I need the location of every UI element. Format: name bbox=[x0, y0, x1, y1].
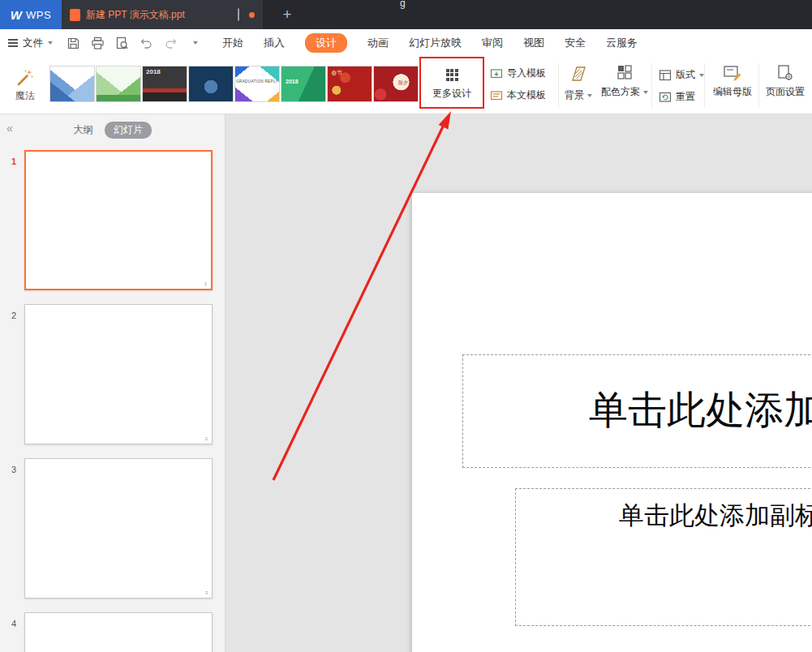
chevron-down-icon bbox=[643, 91, 648, 94]
print-icon bbox=[91, 36, 105, 50]
template-label: 春节 bbox=[331, 70, 342, 76]
editing-area: 单击此处添加标题 单击此处添加副标题 bbox=[226, 114, 812, 652]
tab-outline[interactable]: 大纲 bbox=[73, 123, 93, 137]
slide-thumbnail-2[interactable]: 2 bbox=[24, 304, 213, 444]
layout-button[interactable]: 版式 bbox=[659, 68, 704, 82]
template-label: GRADUATION REPLY bbox=[235, 80, 279, 84]
more-designs-button[interactable]: 更多设计 bbox=[421, 60, 483, 109]
slide-corner-number: 1 bbox=[204, 281, 207, 286]
magic-label: 魔法 bbox=[15, 89, 35, 103]
subtitle-placeholder[interactable]: 单击此处添加副标题 bbox=[515, 488, 812, 626]
layout-label: 版式 bbox=[676, 68, 695, 82]
design-ribbon: 魔法 2018 GRADUATION REPLY 2018 春节 除夕 更多设计… bbox=[0, 57, 812, 114]
undo-button[interactable] bbox=[139, 36, 154, 51]
chevron-down-icon bbox=[48, 41, 53, 45]
slide-canvas[interactable]: 单击此处添加标题 单击此处添加副标题 bbox=[412, 193, 812, 652]
tab-slides[interactable]: 幻灯片 bbox=[105, 122, 152, 139]
panel-tabs: 大纲 幻灯片 bbox=[0, 122, 225, 139]
doc-template-icon bbox=[490, 89, 503, 102]
hamburger-icon bbox=[8, 39, 18, 47]
slide-thumbnail-4[interactable] bbox=[24, 612, 213, 652]
ppt-file-icon bbox=[70, 9, 80, 21]
slide-thumbnail-1[interactable]: 1 bbox=[24, 150, 213, 290]
doc-template-label: 本文模板 bbox=[507, 88, 546, 102]
magic-wand-icon bbox=[15, 67, 35, 87]
slide-thumbnail-3[interactable]: 3 bbox=[24, 458, 213, 598]
monitor-icon[interactable] bbox=[238, 9, 239, 20]
file-menu-label: 文件 bbox=[23, 36, 43, 50]
import-template-label: 导入模板 bbox=[507, 66, 546, 80]
monitor-screen bbox=[238, 8, 239, 21]
page-setup-button[interactable]: 页面设置 bbox=[761, 64, 810, 99]
reset-button[interactable]: 重置 bbox=[659, 90, 704, 104]
reset-label: 重置 bbox=[676, 90, 695, 104]
background-button[interactable]: 背景 bbox=[560, 64, 597, 102]
new-tab-button[interactable]: + bbox=[274, 0, 300, 29]
magic-button[interactable]: 魔法 bbox=[6, 61, 44, 109]
template-thumbnail[interactable]: 除夕 bbox=[373, 66, 419, 102]
import-template-icon bbox=[490, 67, 503, 80]
print-button[interactable] bbox=[90, 36, 105, 51]
tab-security[interactable]: 安全 bbox=[565, 36, 586, 50]
undo-icon bbox=[140, 36, 153, 50]
tab-slideshow[interactable]: 幻灯片放映 bbox=[409, 36, 462, 50]
tab-view[interactable]: 视图 bbox=[523, 36, 544, 50]
wps-logo-text: WPS bbox=[26, 9, 51, 21]
chevron-down-icon bbox=[193, 41, 198, 45]
template-thumbnail[interactable]: GRADUATION REPLY bbox=[234, 66, 280, 102]
template-thumbnail[interactable]: 2018 bbox=[281, 66, 326, 102]
background-label: 背景 bbox=[565, 88, 584, 102]
slide-number: 3 bbox=[3, 465, 16, 474]
tab-animation[interactable]: 动画 bbox=[367, 36, 389, 50]
design-template-gallery: 2018 GRADUATION REPLY 2018 春节 除夕 bbox=[49, 66, 419, 102]
template-thumbnail[interactable] bbox=[49, 66, 95, 102]
tab-review[interactable]: 审阅 bbox=[482, 36, 503, 50]
edit-master-icon bbox=[723, 64, 742, 82]
ribbon-divider bbox=[558, 63, 559, 108]
save-icon bbox=[67, 36, 80, 50]
layout-icon bbox=[659, 69, 672, 82]
more-designs-label: 更多设计 bbox=[432, 87, 471, 101]
slide-panel: « 大纲 幻灯片 1 1 2 2 3 3 4 bbox=[0, 114, 226, 652]
template-thumbnail[interactable] bbox=[96, 66, 141, 102]
unsaved-indicator-dot bbox=[249, 12, 255, 18]
tab-cloud[interactable]: 云服务 bbox=[606, 36, 638, 50]
save-button[interactable] bbox=[66, 36, 81, 51]
wps-logo[interactable]: W WPS bbox=[0, 0, 62, 29]
slide-corner-number: 2 bbox=[205, 436, 208, 441]
slide-corner-number: 3 bbox=[205, 590, 208, 595]
ribbon-divider bbox=[651, 63, 652, 108]
template-thumbnail[interactable] bbox=[188, 66, 234, 102]
toolbar-dropdown-button[interactable] bbox=[187, 36, 203, 51]
document-tab-title: 新建 PPT 演示文稿.ppt bbox=[86, 8, 229, 22]
import-template-button[interactable]: 导入模板 bbox=[490, 66, 546, 80]
file-menu-button[interactable]: 文件 bbox=[8, 36, 53, 50]
tab-design[interactable]: 设计 bbox=[305, 33, 347, 53]
template-thumbnail[interactable]: 2018 bbox=[142, 66, 187, 102]
quick-access-toolbar bbox=[66, 36, 203, 51]
subtitle-placeholder-text: 单击此处添加副标题 bbox=[619, 499, 812, 533]
document-tab[interactable]: 新建 PPT 演示文稿.ppt bbox=[62, 0, 263, 29]
edit-master-button[interactable]: 编辑母版 bbox=[707, 64, 758, 99]
redo-button[interactable] bbox=[163, 36, 178, 51]
background-icon bbox=[568, 64, 589, 84]
page-setup-icon bbox=[776, 64, 794, 82]
template-label: 2018 bbox=[286, 79, 299, 85]
menu-bar: 文件 开始 插入 设计 动画 幻灯片放映 审阅 视图 安全 云服务 bbox=[0, 29, 812, 57]
slide-number: 2 bbox=[3, 311, 16, 320]
slide-number: 4 bbox=[3, 619, 16, 628]
color-scheme-button[interactable]: 配色方案 bbox=[600, 64, 649, 99]
title-placeholder-text: 单击此处添加标题 bbox=[589, 384, 812, 436]
template-thumbnail[interactable]: 春节 bbox=[327, 66, 372, 102]
tab-home[interactable]: 开始 bbox=[222, 36, 243, 50]
ribbon-tab-strip: 开始 插入 设计 动画 幻灯片放映 审阅 视图 安全 云服务 bbox=[222, 33, 638, 53]
title-placeholder[interactable]: 单击此处添加标题 bbox=[462, 354, 812, 468]
doc-template-button[interactable]: 本文模板 bbox=[490, 88, 546, 102]
print-preview-button[interactable] bbox=[114, 36, 130, 51]
edit-master-label: 编辑母版 bbox=[713, 85, 752, 99]
slide-number: 1 bbox=[3, 157, 16, 166]
wps-logo-mark: W bbox=[11, 8, 22, 22]
grid-icon bbox=[446, 69, 458, 81]
print-preview-icon bbox=[115, 36, 129, 50]
tab-insert[interactable]: 插入 bbox=[264, 36, 285, 50]
